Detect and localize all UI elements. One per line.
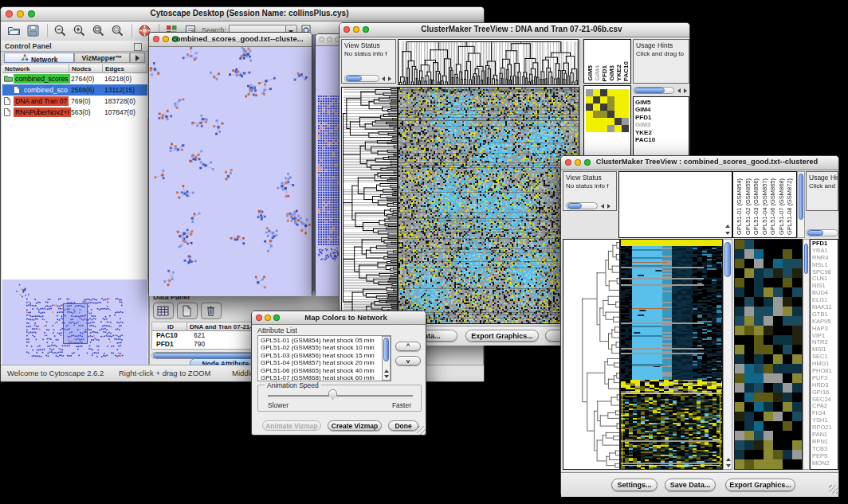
settings-button[interactable]: Settings...: [611, 479, 658, 491]
labels-vscrollbar[interactable]: [797, 171, 805, 238]
column-label[interactable]: PAC10: [622, 61, 630, 81]
gene-label[interactable]: GIM5: [634, 99, 689, 106]
column-header[interactable]: Network: [2, 64, 69, 73]
column-label[interactable]: GIM4: [594, 65, 601, 81]
attribute-list-item[interactable]: GPL51-03 (GSM856) heat shock 15 min: [258, 352, 381, 359]
gene-label[interactable]: PAC10: [634, 136, 689, 143]
slider-track[interactable]: [268, 395, 413, 397]
scroll-right-icon[interactable]: [607, 204, 610, 209]
scroll-left-icon[interactable]: [382, 76, 385, 81]
zoom-vscrollbar[interactable]: [803, 239, 810, 470]
attribute-list-item[interactable]: GPL51-02 (GSM855) heat shock 10 min: [258, 344, 381, 351]
list-vscrollbar[interactable]: [382, 336, 391, 381]
move-up-button[interactable]: ^: [395, 342, 421, 351]
float-panel-icon[interactable]: [134, 43, 142, 51]
close-icon[interactable]: [565, 159, 571, 166]
save-icon[interactable]: [26, 24, 41, 38]
network-tree-row[interactable]: combined_sco2569(6)13112(15): [2, 84, 147, 96]
scrollbar-thumb[interactable]: [724, 242, 731, 277]
close-icon[interactable]: [319, 37, 324, 42]
tab-overflow[interactable]: [130, 53, 145, 63]
resize-grip[interactable]: [417, 426, 426, 435]
column-label[interactable]: GPL51-01 (GSM854): [736, 178, 743, 235]
status-hscrollbar[interactable]: [566, 202, 598, 209]
attribute-listbox[interactable]: GPL51-01 (GSM854) heat shock 05 minGPL51…: [257, 335, 391, 381]
attribute-list-item[interactable]: GPL51-06 (GSM865) heat shock 40 min: [258, 367, 381, 374]
export-graphics-button[interactable]: Export Graphics...: [465, 330, 539, 342]
scroll-left-icon[interactable]: [601, 204, 604, 209]
column-header[interactable]: Nodes: [69, 64, 103, 73]
minimize-icon[interactable]: [265, 315, 271, 321]
row-dendrogram-canvas[interactable]: [341, 87, 398, 324]
gene-label[interactable]: PFD1: [634, 114, 689, 121]
birdseye-view[interactable]: [2, 279, 147, 365]
animate-vizmap-button[interactable]: Animate Vizmap: [262, 420, 321, 431]
usage-hscrollbar[interactable]: [633, 87, 674, 94]
column-label[interactable]: YKE2: [615, 64, 622, 81]
scroll-right-icon[interactable]: [388, 76, 391, 81]
tab-vizmapper[interactable]: VizMapper™: [74, 53, 130, 63]
column-label[interactable]: GIM3: [608, 65, 615, 81]
zoom-out-icon[interactable]: [53, 24, 68, 38]
column-label[interactable]: GPL51-03 (GSM856): [752, 178, 760, 235]
row-dendrogram-canvas[interactable]: [563, 239, 620, 470]
minimize-icon[interactable]: [327, 37, 332, 42]
export-graphics-button[interactable]: Export Graphics...: [725, 479, 795, 491]
network-tree-row[interactable]: RNAPuberNov2+I563(0)107847(0): [2, 107, 147, 118]
close-icon[interactable]: [6, 10, 13, 18]
network-tree-row[interactable]: DNA and Tran 07769(0)183728(0): [2, 96, 147, 107]
usage-hscrollbar[interactable]: [806, 229, 838, 236]
column-dendrogram-canvas[interactable]: [398, 39, 579, 85]
delete-attribute-icon[interactable]: [201, 303, 222, 319]
attribute-list-item[interactable]: GPL51-07 (GSM868) heat shock 60 min: [258, 374, 381, 381]
close-icon[interactable]: [256, 315, 262, 321]
attribute-list-item[interactable]: GPL51-01 (GSM854) heat shock 05 min: [258, 337, 381, 344]
animation-speed-slider[interactable]: [328, 389, 337, 400]
gene-label[interactable]: YKE2: [634, 129, 689, 136]
heatmap-vscrollbar[interactable]: [723, 239, 732, 470]
scroll-down-icon[interactable]: [384, 375, 389, 378]
scrollbar-thumb[interactable]: [799, 174, 803, 220]
scrollbar-thumb[interactable]: [804, 244, 808, 274]
move-down-button[interactable]: v: [395, 356, 421, 365]
scroll-left-icon[interactable]: [677, 88, 681, 93]
column-label[interactable]: GPL51-06 (GSM865): [769, 178, 776, 235]
gene-label[interactable]: GIM3: [634, 121, 689, 128]
zoom-fit-icon[interactable]: [92, 24, 106, 38]
dialog-titlebar[interactable]: Map Colors to Network: [252, 311, 426, 325]
column-dendrogram-panel[interactable]: [618, 171, 732, 238]
scroll-right-icon[interactable]: [684, 88, 687, 93]
done-button[interactable]: Done: [388, 420, 418, 431]
gene-label[interactable]: MON2: [811, 460, 838, 467]
scroll-down-icon[interactable]: [725, 232, 730, 235]
mini-heatmap-canvas[interactable]: [586, 89, 629, 132]
resize-grip[interactable]: [829, 485, 838, 494]
zoom-heatmap-canvas[interactable]: [734, 239, 803, 470]
tab-network[interactable]: Network: [4, 53, 74, 63]
scroll-up-icon[interactable]: [725, 225, 730, 228]
network-canvas[interactable]: [149, 47, 312, 296]
heatmap-canvas[interactable]: [398, 87, 579, 324]
column-label[interactable]: GPL51-04 (GSM857): [761, 178, 768, 235]
treeview2-titlebar[interactable]: ClusterMaker TreeView : combined_scores_…: [561, 156, 838, 170]
attribute-table-icon[interactable]: [153, 303, 174, 319]
column-label[interactable]: GIM5: [587, 65, 594, 81]
close-icon[interactable]: [344, 26, 350, 33]
gene-label[interactable]: GIM4: [634, 106, 689, 113]
column-label[interactable]: GPL51-07 (GSM868): [778, 178, 785, 235]
zoom-selected-icon[interactable]: [111, 24, 125, 38]
new-document-icon[interactable]: [177, 303, 198, 319]
column-label[interactable]: PFD1: [601, 65, 608, 81]
create-vizmap-button[interactable]: Create Vizmap: [328, 420, 382, 431]
open-file-icon[interactable]: [7, 24, 22, 38]
status-hscrollbar[interactable]: [344, 75, 379, 82]
main-titlebar[interactable]: Cytoscape Desktop (Session Name: collins…: [1, 7, 484, 21]
network-tree-row[interactable]: combined_scores2764(0)16218(0): [2, 73, 147, 84]
save-data-button[interactable]: Save Data...: [665, 479, 716, 491]
zoom-in-icon[interactable]: [73, 24, 87, 38]
heatmap-canvas[interactable]: [620, 239, 723, 470]
scroll-up-icon[interactable]: [726, 458, 731, 461]
treeview1-titlebar[interactable]: ClusterMaker TreeView : DNA and Tran 07-…: [340, 23, 689, 37]
id-column-header[interactable]: ID: [152, 322, 187, 331]
attribute-list-item[interactable]: GPL51-04 (GSM857) heat shock 20 min: [258, 359, 381, 366]
